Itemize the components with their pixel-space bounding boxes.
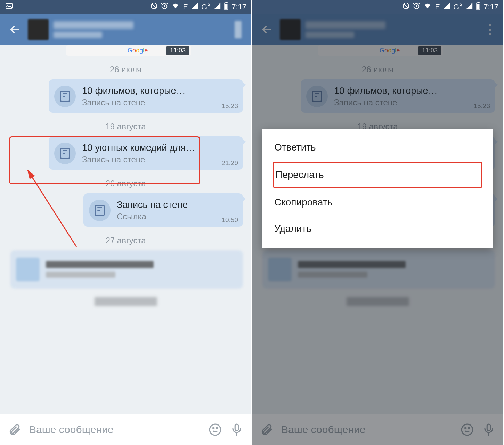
message-input-bar: Ваше сообщение	[0, 414, 251, 445]
message-bubble-blurred[interactable]	[10, 250, 243, 289]
svg-rect-4	[226, 2, 227, 3]
menu-item-copy[interactable]: Скопировать	[262, 189, 493, 216]
status-time: 7:17	[231, 2, 246, 11]
status-bar: E Gᴿ 7:17	[0, 0, 251, 14]
svg-point-9	[216, 427, 217, 428]
map-preview[interactable]: Google 11:03	[66, 45, 191, 56]
menu-item-forward[interactable]: Переслать	[273, 162, 482, 188]
chat-title-blurred	[54, 21, 133, 29]
blurred-text	[95, 297, 157, 306]
network-gr-label: Gᴿ	[201, 2, 211, 11]
message-title: 10 уютных комедий для…	[82, 143, 237, 153]
svg-point-8	[213, 427, 214, 428]
alarm-icon	[161, 2, 168, 12]
message-bubble-highlighted[interactable]: 10 уютных комедий для… Запись на стене 2…	[49, 136, 243, 170]
screen-right: E Gᴿ 7:17 Google 11:03 26 июля	[252, 0, 504, 445]
google-logo: Google	[128, 47, 148, 54]
emoji-icon[interactable]	[208, 422, 223, 437]
image-icon	[5, 2, 13, 12]
svg-rect-10	[235, 424, 238, 431]
message-time: 21:29	[221, 159, 238, 167]
date-separator: 27 августа	[0, 236, 251, 245]
message-time: 10:50	[221, 216, 238, 224]
block-icon	[402, 2, 410, 12]
wall-post-icon	[54, 86, 76, 107]
wall-post-icon	[54, 143, 76, 164]
avatar[interactable]	[28, 19, 49, 40]
signal-icon-2	[213, 2, 221, 12]
date-separator: 26 июля	[0, 65, 251, 74]
app-bar	[0, 14, 251, 45]
message-subtitle: Запись на стене	[82, 98, 237, 107]
message-title: 10 фильмов, которые…	[82, 86, 237, 96]
message-subtitle: Запись на стене	[82, 155, 237, 164]
menu-item-reply[interactable]: Ответить	[262, 134, 493, 161]
message-bubble[interactable]: 10 фильмов, которые… Запись на стене 15:…	[49, 79, 243, 113]
date-separator: 19 августа	[0, 122, 251, 131]
status-time: 7:17	[483, 2, 498, 11]
back-button[interactable]	[6, 21, 23, 38]
wall-post-icon	[89, 200, 111, 221]
svg-rect-15	[477, 4, 480, 9]
svg-rect-5	[225, 4, 228, 9]
chat-subtitle-blurred	[54, 32, 102, 38]
screen-left: E Gᴿ 7:17 Google 11:03 26 июля	[0, 0, 252, 445]
menu-item-delete[interactable]: Удалить	[262, 216, 493, 242]
more-menu-button[interactable]	[231, 19, 245, 40]
chat-header-text[interactable]	[54, 21, 133, 38]
message-title: Запись на стене	[117, 200, 237, 210]
chat-body[interactable]: Google 11:03 26 июля 10 фильмов, которые…	[0, 45, 251, 414]
message-input[interactable]: Ваше сообщение	[29, 424, 208, 436]
message-time: 15:23	[221, 102, 238, 110]
wifi-icon	[171, 2, 180, 12]
network-e-label: E	[183, 2, 188, 11]
status-bar: E Gᴿ 7:17	[252, 0, 503, 14]
battery-icon	[476, 2, 481, 12]
wifi-icon	[423, 2, 432, 12]
signal-icon	[191, 2, 198, 12]
signal-icon-2	[465, 2, 473, 12]
network-gr-label: Gᴿ	[453, 2, 463, 11]
mic-icon[interactable]	[229, 422, 244, 437]
message-context-menu: Ответить Переслать Скопировать Удалить	[262, 129, 493, 248]
svg-point-7	[210, 424, 221, 435]
signal-icon	[443, 2, 450, 12]
map-time-chip: 11:03	[166, 46, 189, 55]
battery-icon	[224, 2, 229, 12]
date-separator: 26 августа	[0, 179, 251, 188]
message-subtitle: Ссылка	[117, 212, 237, 221]
svg-rect-14	[478, 2, 479, 3]
attach-icon[interactable]	[7, 422, 22, 437]
block-icon	[150, 2, 158, 12]
network-e-label: E	[435, 2, 440, 11]
alarm-icon	[413, 2, 420, 12]
message-bubble[interactable]: Запись на стене Ссылка 10:50	[83, 193, 243, 227]
